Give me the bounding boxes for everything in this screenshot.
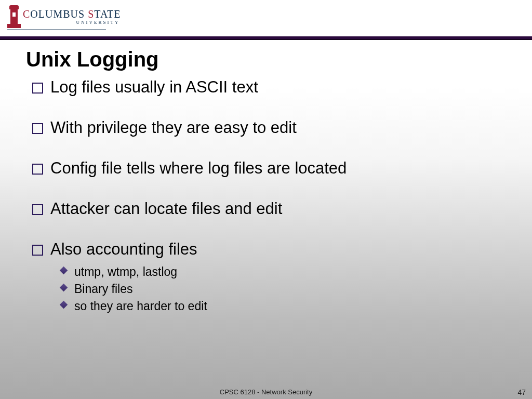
sub-bullet-3: so they are harder to edit	[59, 299, 511, 313]
diamond-bullet-icon	[59, 302, 67, 310]
square-bullet-icon	[32, 164, 43, 175]
sub-bullet-text: Binary files	[74, 282, 132, 296]
sub-bullet-text: so they are harder to edit	[74, 299, 207, 313]
bullet-text: Config file tells where log files are lo…	[50, 159, 347, 178]
square-bullet-icon	[32, 204, 43, 215]
bullet-4: Attacker can locate files and edit	[32, 200, 511, 218]
content-area: Log files usually in ASCII text With pri…	[32, 78, 511, 316]
logo-cap-c: C	[23, 8, 30, 20]
square-bullet-icon	[32, 123, 43, 134]
slide-title: Unix Logging	[26, 48, 159, 71]
bullet-text: Attacker can locate files and edit	[50, 200, 282, 218]
bullet-text: Also accounting files	[50, 240, 197, 259]
slide: COLUMBUS STATE UNIVERSITY Unix Logging L…	[0, 0, 532, 399]
sub-bullet-2: Binary files	[59, 282, 511, 296]
logo-cap-s: S	[88, 8, 94, 20]
sub-bullet-text: utmp, wtmp, lastlog	[74, 265, 177, 279]
logo-subtitle: UNIVERSITY	[76, 20, 120, 25]
header-divider	[0, 36, 532, 40]
bullet-5: Also accounting files	[32, 240, 511, 259]
footer: CPSC 6128 - Network Security 47	[0, 384, 532, 399]
bullet-1: Log files usually in ASCII text	[32, 78, 511, 97]
logo-word-2: TATE	[94, 8, 121, 20]
bullet-3: Config file tells where log files are lo…	[32, 159, 511, 178]
logo-text: COLUMBUS STATE UNIVERSITY	[23, 9, 121, 25]
footer-course: CPSC 6128 - Network Security	[220, 388, 312, 396]
square-bullet-icon	[32, 245, 43, 256]
tower-icon	[7, 5, 21, 28]
bullet-text: With privilege they are easy to edit	[50, 118, 297, 137]
sub-bullets: utmp, wtmp, lastlog Binary files so they…	[59, 265, 511, 313]
logo-underline	[7, 29, 106, 30]
bullet-text: Log files usually in ASCII text	[50, 78, 258, 97]
slide-number: 47	[517, 388, 526, 396]
sub-bullet-1: utmp, wtmp, lastlog	[59, 265, 511, 279]
bullet-2: With privilege they are easy to edit	[32, 118, 511, 137]
university-logo: COLUMBUS STATE UNIVERSITY	[7, 5, 121, 28]
diamond-bullet-icon	[59, 268, 67, 276]
header: COLUMBUS STATE UNIVERSITY	[0, 0, 532, 36]
diamond-bullet-icon	[59, 285, 67, 293]
square-bullet-icon	[32, 83, 43, 94]
logo-word-1: OLUMBUS	[30, 8, 88, 20]
